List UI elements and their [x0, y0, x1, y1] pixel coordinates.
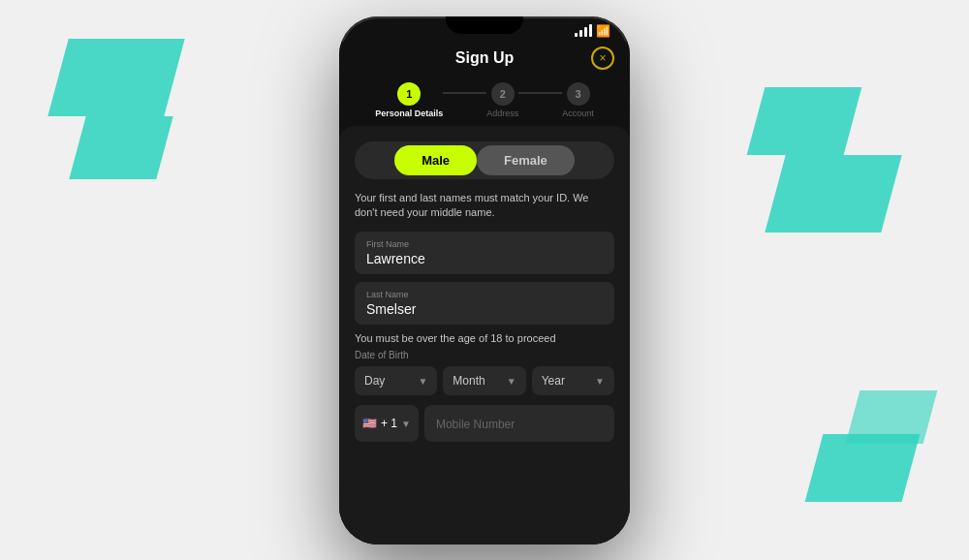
flag-icon: 🇺🇸 [362, 417, 377, 430]
step-3-label: Account [562, 109, 594, 118]
app-header: Sign Up × [339, 42, 630, 75]
step-2-label: Address [486, 109, 518, 118]
step-2: 2 Address [486, 82, 518, 118]
step-1-label: Personal Details [375, 109, 443, 118]
signal-bar-3 [584, 27, 587, 37]
phone-frame: 📶 Sign Up × 1 Personal Details 2 Address… [339, 16, 630, 544]
day-dropdown[interactable]: Day ▼ [355, 366, 437, 395]
signal-bars-icon [575, 24, 592, 37]
month-label: Month [453, 374, 484, 388]
first-name-label: First Name [366, 239, 603, 249]
month-dropdown[interactable]: Month ▼ [443, 366, 525, 395]
date-of-birth-row: Day ▼ Month ▼ Year ▼ [355, 366, 614, 395]
bg-decoration-2 [69, 116, 172, 179]
page-title: Sign Up [455, 49, 514, 67]
signal-bar-4 [589, 24, 592, 37]
last-name-value: Smelser [366, 301, 603, 317]
bg-decoration-6 [846, 390, 938, 444]
month-chevron-icon: ▼ [507, 376, 516, 387]
step-3: 3 Account [562, 82, 594, 118]
country-code-dropdown[interactable]: 🇺🇸 + 1 ▼ [355, 405, 419, 442]
mobile-placeholder: Mobile Number [436, 418, 515, 431]
day-label: Day [364, 374, 385, 388]
screen: Sign Up × 1 Personal Details 2 Address 3… [339, 42, 630, 544]
year-chevron-icon: ▼ [595, 376, 605, 387]
male-button[interactable]: Male [394, 145, 477, 175]
last-name-label: Last Name [366, 290, 603, 299]
first-name-field[interactable]: First Name Lawrence [355, 232, 614, 274]
bg-decoration-4 [765, 155, 901, 233]
step-line-2 [518, 92, 562, 94]
bg-decoration-3 [747, 87, 862, 155]
first-name-value: Lawrence [366, 251, 603, 266]
year-dropdown[interactable]: Year ▼ [532, 366, 614, 395]
name-info-text: Your first and last names must match you… [355, 191, 614, 221]
country-chevron-icon: ▼ [401, 419, 411, 429]
mobile-input-field[interactable]: Mobile Number [424, 405, 614, 442]
year-label: Year [542, 374, 565, 388]
step-2-circle: 2 [491, 82, 515, 106]
dob-label: Date of Birth [355, 350, 614, 360]
close-button[interactable]: × [591, 47, 614, 70]
step-3-circle: 3 [567, 82, 590, 106]
mobile-number-row: 🇺🇸 + 1 ▼ Mobile Number [355, 405, 614, 442]
gender-toggle: Male Female [355, 141, 614, 179]
wifi-icon: 📶 [596, 24, 610, 38]
step-1-circle: 1 [397, 82, 421, 106]
step-line-1 [443, 92, 486, 94]
progress-steps: 1 Personal Details 2 Address 3 Account [339, 75, 630, 126]
last-name-field[interactable]: Last Name Smelser [355, 282, 614, 325]
form-content: Male Female Your first and last names mu… [339, 126, 630, 544]
female-button[interactable]: Female [477, 145, 575, 175]
country-code-text: + 1 [381, 417, 397, 430]
bg-decoration-5 [805, 434, 921, 502]
phone-notch [446, 16, 523, 34]
signal-bar-1 [575, 33, 578, 37]
bg-decoration-1 [47, 39, 184, 116]
day-chevron-icon: ▼ [418, 376, 427, 387]
step-1: 1 Personal Details [375, 82, 443, 118]
signal-bar-2 [579, 30, 582, 37]
age-restriction-text: You must be over the age of 18 to procee… [355, 332, 614, 344]
